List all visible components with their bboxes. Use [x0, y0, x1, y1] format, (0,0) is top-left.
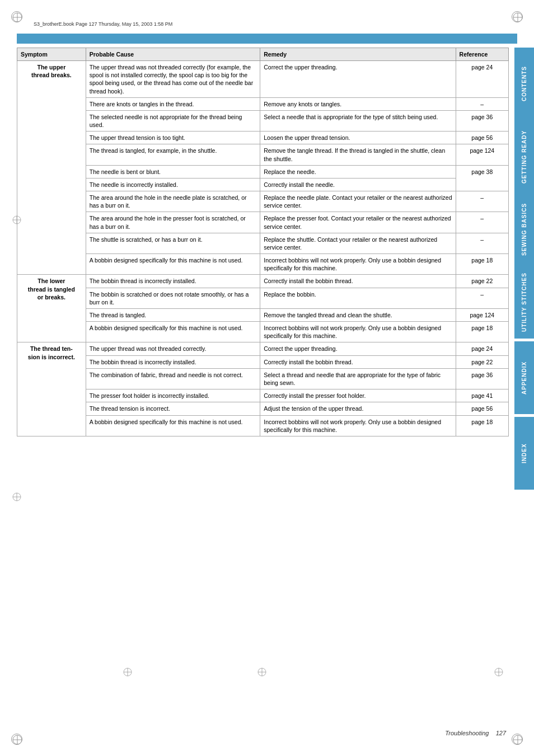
ref-cell: page 36: [456, 368, 508, 389]
header-bar: [17, 34, 517, 44]
footer: Troubleshooting 127: [17, 730, 506, 736]
ref-cell: –: [456, 233, 508, 253]
sidebar-tab-utility-stitches[interactable]: UTILITY STITCHES: [514, 266, 534, 339]
sidebar: CONTENTS GETTING READY SEWING BASICS UTI…: [514, 48, 534, 490]
table-row: A bobbin designed specifically for this …: [17, 254, 509, 275]
cause-cell: The upper thread tension is too tight.: [86, 132, 260, 144]
cause-cell: There are knots or tangles in the thread…: [86, 97, 260, 110]
header-cause: Probable Cause: [86, 48, 260, 61]
table-row: The thread is tangled, for example, in t…: [17, 144, 509, 165]
cause-cell: The thread is tangled, for example, in t…: [86, 144, 260, 165]
remedy-cell: Adjust the tension of the upper thread.: [260, 402, 456, 415]
corner-tr: [512, 11, 523, 22]
table-row: The needle is bent or blunt. Replace the…: [17, 165, 509, 178]
cause-cell-bobbin3: A bobbin designed specifically for this …: [86, 415, 260, 436]
remedy-cell: Incorrect bobbins will not work properly…: [260, 415, 456, 436]
sidebar-tab-appendix[interactable]: APPENDIX: [514, 341, 534, 414]
symptom-upper-thread: The upperthread breaks.: [17, 61, 86, 275]
table-row: The upperthread breaks. The upper thread…: [17, 61, 509, 98]
cause-cell: The shuttle is scratched, or has a burr …: [86, 233, 260, 253]
cause-cell: The selected needle is not appropriate f…: [86, 110, 260, 131]
ref-cell: page 41: [456, 389, 508, 402]
cause-cell-bobbin2: A bobbin designed specifically for this …: [86, 322, 260, 342]
table-row: The selected needle is not appropriate f…: [17, 110, 509, 131]
table-row: A bobbin designed specifically for this …: [17, 415, 509, 436]
ref-cell: page 36: [456, 110, 508, 131]
remedy-cell: Incorrect bobbins will not work properly…: [260, 322, 456, 342]
ref-cell: –: [456, 212, 508, 233]
remedy-cell: Select a needle that is appropriate for …: [260, 110, 456, 131]
cross-left-bottom: [12, 492, 21, 503]
cause-cell: The area around the hole in the needle p…: [86, 191, 260, 212]
ref-cell: page 18: [456, 254, 508, 275]
sidebar-tab-getting-ready[interactable]: GETTING READY: [514, 120, 534, 193]
ref-cell: –: [456, 97, 508, 110]
main-content: Symptom Probable Cause Remedy Reference …: [17, 48, 509, 722]
corner-tl: [11, 11, 22, 22]
ref-cell: page 124: [456, 308, 508, 321]
header-reference: Reference: [456, 48, 508, 61]
symptom-thread-tension: The thread ten-sion is incorrect.: [17, 342, 86, 436]
table-row: The thread tension is incorrect. Adjust …: [17, 402, 509, 415]
remedy-cell: Correct the upper threading.: [260, 342, 456, 355]
ref-cell: page 18: [456, 322, 508, 342]
cause-cell: The upper thread was not threaded correc…: [86, 342, 260, 355]
cause-cell: The upper thread was not threaded correc…: [86, 61, 260, 98]
table-row: The needle is incorrectly installed. Cor…: [17, 178, 509, 191]
cause-cell: The needle is incorrectly installed.: [86, 178, 260, 191]
table-row: The presser foot holder is incorrectly i…: [17, 389, 509, 402]
cross-bottom-right: [494, 668, 503, 678]
ref-cell: page 124: [456, 144, 508, 165]
remedy-cell: Replace the shuttle. Contact your retail…: [260, 233, 456, 253]
remedy-cell: Correctly install the needle.: [260, 178, 456, 191]
sidebar-tab-sewing-basics[interactable]: SEWING BASICS: [514, 193, 534, 266]
troubleshooting-table: Symptom Probable Cause Remedy Reference …: [17, 48, 509, 436]
remedy-cell: Replace the bobbin.: [260, 288, 456, 308]
remedy-cell: Remove any knots or tangles.: [260, 97, 456, 110]
table-row: The thread is tangled. Remove the tangle…: [17, 308, 509, 321]
ref-cell: page 38: [456, 165, 508, 191]
ref-cell: –: [456, 191, 508, 212]
symptom-lower-thread: The lowerthread is tangledor breaks.: [17, 275, 86, 342]
table-row: There are knots or tangles in the thread…: [17, 97, 509, 110]
cause-cell: The bobbin thread is incorrectly install…: [86, 275, 260, 288]
ref-cell: page 24: [456, 342, 508, 355]
cause-cell: The needle is bent or blunt.: [86, 165, 260, 178]
remedy-cell: Remove the tangle thread. If the thread …: [260, 144, 456, 165]
cause-cell: The bobbin thread is incorrectly install…: [86, 355, 260, 368]
table-row: The thread ten-sion is incorrect. The up…: [17, 342, 509, 355]
cause-cell: The area around the hole in the presser …: [86, 212, 260, 233]
ref-cell: page 22: [456, 275, 508, 288]
table-row: The bobbin is scratched or does not rota…: [17, 288, 509, 308]
file-info: S3_brotherE.book Page 127 Thursday, May …: [34, 21, 172, 27]
remedy-cell: Select a thread and needle that are appr…: [260, 368, 456, 389]
remedy-cell: Remove the tangled thread and clean the …: [260, 308, 456, 321]
cross-bottom-center: [257, 668, 266, 678]
remedy-cell: Loosen the upper thread tension.: [260, 132, 456, 144]
cause-cell: The presser foot holder is incorrectly i…: [86, 389, 260, 402]
cause-cell: The bobbin is scratched or does not rota…: [86, 288, 260, 308]
cross-bottom-left: [123, 668, 132, 678]
cause-cell-bobbin1: A bobbin designed specifically for this …: [86, 254, 260, 275]
table-row: The shuttle is scratched, or has a burr …: [17, 233, 509, 253]
remedy-cell: Correct the upper threading.: [260, 61, 456, 98]
ref-cell: page 22: [456, 355, 508, 368]
cause-cell: The combination of fabric, thread and ne…: [86, 368, 260, 389]
ref-cell: –: [456, 288, 508, 308]
table-row: The area around the hole in the presser …: [17, 212, 509, 233]
ref-cell: page 18: [456, 415, 508, 436]
remedy-cell: Replace the needle plate. Contact your r…: [260, 191, 456, 212]
sidebar-tab-index[interactable]: INDEX: [514, 417, 534, 490]
cause-cell: The thread is tangled.: [86, 308, 260, 321]
remedy-cell: Incorrect bobbins will not work properly…: [260, 254, 456, 275]
remedy-cell: Correctly install the bobbin thread.: [260, 275, 456, 288]
remedy-cell: Correctly install the presser foot holde…: [260, 389, 456, 402]
table-row: A bobbin designed specifically for this …: [17, 322, 509, 342]
sidebar-tab-contents[interactable]: CONTENTS: [514, 48, 534, 120]
table-row: The lowerthread is tangledor breaks. The…: [17, 275, 509, 288]
ref-cell: page 24: [456, 61, 508, 98]
table-row: The combination of fabric, thread and ne…: [17, 368, 509, 389]
footer-text: Troubleshooting 127: [445, 730, 506, 736]
table-row: The area around the hole in the needle p…: [17, 191, 509, 212]
cross-left-top: [12, 215, 21, 226]
